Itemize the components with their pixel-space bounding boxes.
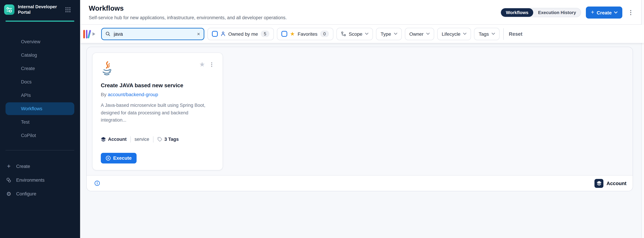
sidebar-logo-row: Internal Developer Portal	[0, 0, 80, 19]
tag-icon	[157, 137, 162, 142]
portal-logo-icon[interactable]	[4, 4, 14, 15]
workflow-description: A Java-based microservice built using Sp…	[101, 102, 210, 124]
chevron-down-icon	[492, 33, 495, 35]
sidebar-item-environments[interactable]: Environments	[3, 174, 77, 186]
gear-icon: ⚙	[6, 190, 12, 197]
plus-icon: +	[6, 163, 12, 170]
meta-divider	[130, 136, 131, 142]
workflows-panel: ★ ⋮ Create JAVA based new service By acc…	[86, 47, 633, 191]
type-label: Type	[381, 31, 391, 37]
page-header: Workflows Self-service hub for new appli…	[80, 0, 644, 25]
chevron-down-icon	[463, 33, 467, 35]
sidebar-item-create-bottom[interactable]: + Create	[3, 160, 77, 172]
sidebar-item-overview[interactable]: Overview	[6, 35, 74, 48]
search-input[interactable]	[113, 31, 194, 37]
sidebar-divider	[6, 150, 74, 150]
type-dropdown[interactable]: Type	[376, 28, 402, 40]
sidebar: Internal Developer Portal Overview Catal…	[0, 0, 80, 238]
sidebar-footer-label: Create	[16, 164, 30, 169]
page-subtitle: Self-service hub for new applications, i…	[89, 15, 501, 20]
owner-label: Owner	[410, 31, 424, 37]
play-circle-icon	[106, 156, 111, 161]
scope-label: Scope	[349, 31, 362, 37]
tab-execution-history[interactable]: Execution History	[533, 8, 581, 17]
favorites-checkbox[interactable]	[282, 31, 287, 37]
execute-label: Execute	[113, 155, 132, 161]
tab-workflows[interactable]: Workflows	[501, 8, 533, 17]
sidebar-item-configure[interactable]: ⚙ Configure	[3, 188, 77, 200]
chevron-down-icon	[365, 33, 368, 35]
sidebar-item-workflows[interactable]: Workflows	[6, 102, 74, 115]
chevron-down-icon	[394, 33, 397, 35]
library-bars-icon[interactable]	[83, 29, 90, 38]
scope-dropdown[interactable]: Scope	[336, 28, 373, 40]
by-prefix: By	[101, 92, 106, 97]
search-icon	[105, 31, 110, 36]
workflow-grid: ★ ⋮ Create JAVA based new service By acc…	[87, 47, 633, 175]
sidebar-item-create[interactable]: Create	[6, 62, 74, 75]
tags-count: 3 Tags	[164, 137, 179, 142]
tags-label: Tags	[479, 31, 489, 37]
lifecycle-label: Lifecycle	[442, 31, 460, 37]
plus-icon: +	[591, 9, 594, 16]
filter-owned-by-me[interactable]: Owned by me 5	[207, 28, 274, 40]
scope-tree-icon	[341, 31, 346, 36]
java-logo-icon	[101, 61, 112, 76]
account-scope-icon	[594, 179, 604, 188]
page-title: Workflows	[89, 4, 501, 12]
sidebar-footer-label: Configure	[16, 191, 36, 196]
chevron-down-icon	[426, 33, 430, 35]
owner-dropdown[interactable]: Owner	[405, 28, 434, 40]
favorites-label: Favorites	[298, 31, 317, 37]
tags-dropdown[interactable]: Tags	[474, 28, 500, 40]
favorite-star-icon: ★	[290, 31, 295, 37]
lifecycle-dropdown[interactable]: Lifecycle	[437, 28, 471, 40]
owned-by-me-checkbox[interactable]	[212, 31, 218, 37]
header-kebab-menu-icon[interactable]: ⋮	[627, 9, 634, 16]
type-value: service	[134, 137, 149, 142]
filter-favorites[interactable]: ★ Favorites 0	[277, 28, 333, 40]
owner-group-link[interactable]: account/backend-group	[108, 92, 158, 97]
workflow-card[interactable]: ★ ⋮ Create JAVA based new service By acc…	[92, 53, 223, 170]
sidebar-nav: Overview Catalog Create Docs APIs Workfl…	[0, 35, 80, 142]
hexagons-icon	[6, 177, 12, 183]
sidebar-item-test[interactable]: Test	[6, 116, 74, 128]
workflow-owner-line: By account/backend-group	[101, 92, 214, 97]
search-box: ×	[101, 28, 204, 40]
main-area: Workflows Self-service hub for new appli…	[80, 0, 644, 238]
workflow-meta-row: Account service 3 Tags	[101, 136, 214, 142]
sidebar-footer-nav: + Create Environments ⚙ Configure	[0, 160, 80, 201]
account-scope-label: Account	[606, 180, 626, 186]
owned-by-me-count: 5	[261, 31, 269, 37]
create-button[interactable]: + Create	[586, 6, 622, 18]
favorite-toggle-icon[interactable]: ★	[199, 61, 205, 68]
apps-grid-icon[interactable]	[65, 7, 71, 12]
workflow-title: Create JAVA based new service	[101, 82, 214, 89]
panel-footer: Account	[87, 175, 633, 191]
owned-by-me-label: Owned by me	[228, 31, 258, 37]
view-toggle: Workflows Execution History	[501, 8, 581, 17]
meta-divider	[153, 136, 154, 142]
account-layers-icon	[101, 137, 106, 142]
execute-button[interactable]: Execute	[101, 153, 136, 163]
scope-value: Account	[108, 137, 126, 142]
card-kebab-menu-icon[interactable]: ⋮	[209, 62, 214, 67]
filter-divider	[503, 28, 504, 40]
info-icon[interactable]	[94, 180, 100, 186]
clear-search-icon[interactable]: ×	[197, 31, 200, 36]
sidebar-item-catalog[interactable]: Catalog	[6, 49, 74, 61]
sidebar-item-docs[interactable]: Docs	[6, 76, 74, 88]
expand-arrow-icon[interactable]	[92, 32, 95, 35]
create-button-label: Create	[597, 10, 612, 15]
content-area: ★ ⋮ Create JAVA based new service By acc…	[80, 43, 644, 238]
sidebar-footer-label: Environments	[16, 177, 44, 183]
person-icon	[220, 31, 226, 36]
sidebar-accent-divider	[6, 21, 74, 22]
sidebar-item-apis[interactable]: APIs	[6, 89, 74, 102]
app-root: Internal Developer Portal Overview Catal…	[0, 0, 644, 238]
sidebar-item-copilot[interactable]: CoPilot	[6, 129, 74, 142]
chevron-down-icon	[614, 11, 618, 14]
app-title: Internal Developer Portal	[18, 4, 62, 15]
reset-filters-button[interactable]: Reset	[509, 31, 522, 37]
filter-bar: × Owned by me 5 ★ Favorites 0	[80, 25, 644, 43]
